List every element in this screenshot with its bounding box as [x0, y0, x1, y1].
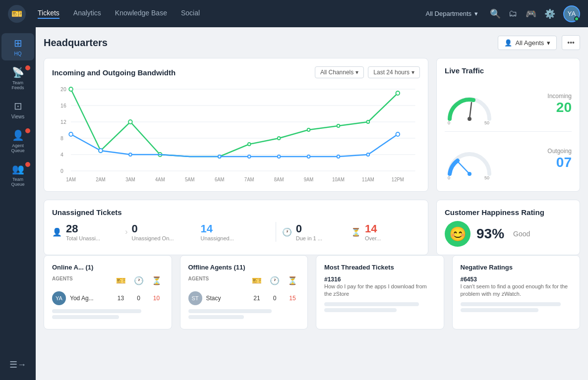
happiness-content: 😊 93% Good: [445, 221, 572, 247]
sidebar-expand-icon[interactable]: ☰→: [9, 359, 26, 370]
app-logo[interactable]: 🎫: [8, 5, 26, 23]
negative-ticket-id: #6453: [461, 276, 572, 283]
svg-point-21: [367, 120, 370, 123]
second-row-grid: Unassigned Tickets 👤 28 Total Unassi... …: [44, 200, 580, 255]
negative-bar-2: [461, 308, 538, 312]
sidebar-item-agent-queue[interactable]: 👤 AgentQueue: [1, 125, 34, 157]
due-count: 0: [296, 222, 322, 235]
offline-agent-clock: 0: [268, 295, 282, 302]
smiley-icon: 😊: [445, 221, 470, 247]
agent-name: Yod Ag...: [70, 295, 110, 302]
gauge-divider: [445, 131, 572, 132]
sidebar-item-hq[interactable]: ⊞ HQ: [1, 33, 34, 60]
total-label: Total Unassi...: [66, 235, 100, 241]
svg-text:1AM: 1AM: [66, 177, 76, 182]
happiness-title: Customer Happiness Rating: [445, 208, 544, 217]
svg-text:50: 50: [484, 175, 489, 180]
nav-analytics[interactable]: Analytics: [73, 9, 101, 19]
svg-text:8AM: 8AM: [274, 177, 284, 182]
threaded-ticket-item: #1316 How do I pay for the apps I downlo…: [324, 276, 436, 298]
cards-icon[interactable]: 🗂: [509, 8, 518, 19]
svg-point-50: [468, 172, 471, 176]
online-label: Unassigned On...: [131, 235, 174, 241]
agents-col-tickets: 🎫: [114, 276, 128, 285]
unassigned-count: 14: [201, 222, 234, 235]
svg-point-30: [337, 155, 340, 158]
bandwidth-chart: 20 16 12 8 4 0: [52, 84, 420, 183]
unassigned-title: Unassigned Tickets: [52, 208, 122, 217]
due-label: Due in 1 ...: [296, 235, 322, 241]
chevron-down-icon: ▾: [412, 69, 414, 76]
svg-point-27: [248, 155, 251, 158]
offline-agents-header: AGENTS 🎫 🕐 ⏳: [188, 276, 300, 285]
nav-knowledge-base[interactable]: Knowledge Base: [115, 9, 167, 19]
agent-icon: 👤: [12, 129, 24, 141]
agent-clock: 0: [132, 295, 146, 302]
channels-filter-button[interactable]: All Channels ▾: [315, 66, 364, 78]
offline-agent-avatar: ST: [188, 291, 202, 305]
svg-text:0: 0: [448, 120, 450, 125]
svg-point-12: [69, 87, 73, 91]
svg-text:5AM: 5AM: [185, 177, 195, 182]
department-selector[interactable]: All Departments ▾: [426, 10, 478, 17]
offline-col-name: AGENTS: [188, 276, 246, 285]
svg-point-31: [367, 153, 370, 156]
agents-col-hourglass: ⏳: [150, 276, 164, 285]
threaded-bar-2: [324, 308, 397, 312]
svg-text:7AM: 7AM: [244, 177, 254, 182]
negative-bar-1: [461, 302, 561, 306]
incoming-value: 20: [547, 100, 572, 115]
bandwidth-title: Incoming and Outgoing Bandwidth: [52, 68, 176, 77]
nav-tickets[interactable]: Tickets: [38, 9, 59, 19]
placeholder-bar-2: [52, 315, 119, 319]
online-count: 0: [131, 222, 174, 235]
gamepad-icon[interactable]: 🎮: [526, 8, 536, 19]
svg-point-19: [307, 128, 310, 131]
page-title: Headquarters: [44, 37, 108, 49]
user-avatar[interactable]: YA: [563, 5, 580, 22]
sidebar-item-views[interactable]: ⊡ Views: [1, 96, 34, 123]
svg-point-18: [278, 137, 281, 140]
person-icon: 👤: [52, 227, 62, 237]
more-options-button[interactable]: •••: [562, 35, 580, 50]
chevron-down-icon: ▾: [355, 69, 358, 76]
svg-text:6AM: 6AM: [215, 177, 225, 182]
online-agents-header: AGENTS 🎫 🕐 ⏳: [52, 276, 164, 285]
top-row-grid: Incoming and Outgoing Bandwidth All Chan…: [44, 58, 580, 192]
team-icon: 👥: [12, 163, 24, 175]
page-header-right: 👤 All Agents ▾ •••: [498, 35, 580, 50]
placeholder-bar-1: [52, 309, 141, 313]
sidebar-label-team-queue: TeamQueue: [11, 177, 24, 187]
svg-point-14: [128, 120, 132, 124]
negative-ticket-item: #6453 I can't seem to find a good enough…: [461, 276, 572, 298]
svg-text:10AM: 10AM: [332, 177, 345, 182]
sidebar-item-team-feeds[interactable]: 📡 TeamFeeds: [1, 62, 34, 94]
sidebar-item-team-queue[interactable]: 👥 TeamQueue: [1, 159, 34, 191]
sidebar-label-agent-queue: AgentQueue: [11, 143, 24, 153]
offline-agents-card: Offline Agents (11) AGENTS 🎫 🕐 ⏳ ST Stac…: [180, 255, 308, 329]
all-agents-button[interactable]: 👤 All Agents ▾: [498, 36, 557, 50]
online-agents-title: Online A... (1): [52, 264, 164, 271]
nav-links: Tickets Analytics Knowledge Base Social: [38, 9, 414, 19]
search-icon[interactable]: 🔍: [490, 8, 501, 19]
offline-agent-overdue: 15: [286, 295, 299, 302]
bandwidth-card-header: Incoming and Outgoing Bandwidth All Chan…: [52, 66, 420, 78]
outgoing-gauge: 0 50: [445, 142, 489, 176]
outgoing-label: Outgoing: [547, 148, 572, 155]
svg-text:12PM: 12PM: [392, 177, 404, 182]
svg-point-24: [99, 149, 103, 153]
hours-filter-button[interactable]: Last 24 hours ▾: [368, 66, 420, 78]
clock-icon: 🕐: [282, 227, 292, 237]
chevron-down-icon: ▾: [547, 39, 550, 47]
incoming-gauge-row: 0 50 Incoming 20: [445, 87, 572, 121]
offline-col-clock: 🕐: [268, 276, 282, 285]
bottom-row-grid: Online A... (1) AGENTS 🎫 🕐 ⏳ YA Yod Ag..…: [44, 255, 580, 329]
agent-tickets: 13: [114, 295, 128, 302]
offline-agent-tickets: 21: [250, 295, 264, 302]
arrow-icon: ›: [125, 227, 127, 236]
nav-social[interactable]: Social: [181, 9, 200, 19]
unassigned-label: Unassigned...: [201, 235, 234, 241]
settings-icon[interactable]: ⚙️: [544, 8, 555, 19]
svg-text:4AM: 4AM: [155, 177, 165, 182]
views-icon: ⊡: [14, 100, 22, 112]
